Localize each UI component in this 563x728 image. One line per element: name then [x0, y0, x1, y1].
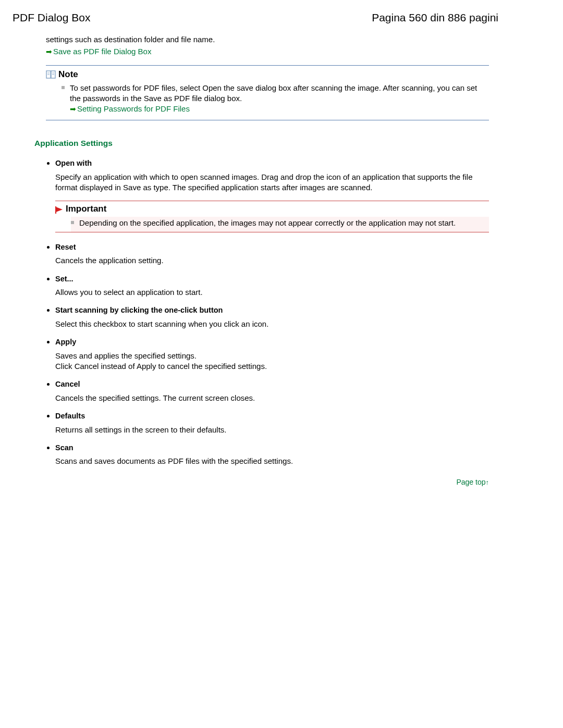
- apply-desc: Saves and applies the specified settings…: [55, 351, 489, 372]
- apply-title: Apply: [55, 338, 76, 346]
- note-text: To set passwords for PDF files, select O…: [70, 83, 477, 103]
- note-icon: [46, 70, 56, 79]
- start-scanning-desc: Select this checkbox to start scanning w…: [55, 319, 489, 329]
- cancel-desc: Cancels the specified settings. The curr…: [55, 393, 489, 403]
- defaults-item: Defaults Returns all settings in the scr…: [55, 411, 489, 435]
- reset-title: Reset: [55, 243, 76, 251]
- svg-marker-6: [56, 207, 63, 212]
- open-with-title: Open with: [55, 159, 92, 167]
- intro-text: settings such as destination folder and …: [46, 34, 489, 45]
- open-with-item: Open with Specify an application with wh…: [55, 158, 489, 232]
- scan-desc: Scans and saves documents as PDF files w…: [55, 456, 489, 466]
- set-title: Set...: [55, 275, 74, 283]
- reset-item: Reset Cancels the application setting.: [55, 242, 489, 266]
- important-text: Depending on the specified application, …: [79, 218, 456, 228]
- defaults-desc: Returns all settings in the screen to th…: [55, 425, 489, 435]
- set-desc: Allows you to select an application to s…: [55, 287, 489, 298]
- cancel-title: Cancel: [55, 380, 80, 388]
- page-title-left: PDF Dialog Box: [13, 10, 90, 25]
- reset-desc: Cancels the application setting.: [55, 255, 489, 266]
- start-scanning-item: Start scanning by clicking the one-click…: [55, 305, 489, 329]
- arrow-icon: ➡: [46, 47, 52, 56]
- important-box: Important Depending on the specified app…: [55, 201, 489, 232]
- bullet-icon: [62, 86, 65, 89]
- arrow-icon: ➡: [70, 105, 76, 113]
- setting-passwords-link[interactable]: Setting Passwords for PDF Files: [77, 104, 190, 113]
- flag-icon: [55, 205, 64, 213]
- important-label: Important: [66, 203, 106, 215]
- open-with-desc: Specify an application with which to ope…: [55, 172, 489, 193]
- note-label: Note: [58, 69, 78, 81]
- up-arrow-icon: ↑: [486, 478, 489, 486]
- page-title-right: Pagina 560 din 886 pagini: [372, 10, 498, 25]
- start-scanning-title: Start scanning by clicking the one-click…: [55, 306, 223, 314]
- application-settings-heading: Application Settings: [34, 138, 489, 149]
- page-top-link[interactable]: Page top↑: [456, 478, 489, 486]
- apply-item: Apply Saves and applies the specified se…: [55, 337, 489, 372]
- cancel-item: Cancel Cancels the specified settings. T…: [55, 379, 489, 403]
- scan-title: Scan: [55, 443, 74, 452]
- save-as-pdf-link[interactable]: Save as PDF file Dialog Box: [53, 47, 151, 56]
- set-item: Set... Allows you to select an applicati…: [55, 274, 489, 298]
- note-box: Note To set passwords for PDF files, sel…: [46, 65, 489, 120]
- defaults-title: Defaults: [55, 412, 85, 420]
- bullet-icon: [71, 221, 74, 224]
- scan-item: Scan Scans and saves documents as PDF fi…: [55, 442, 489, 467]
